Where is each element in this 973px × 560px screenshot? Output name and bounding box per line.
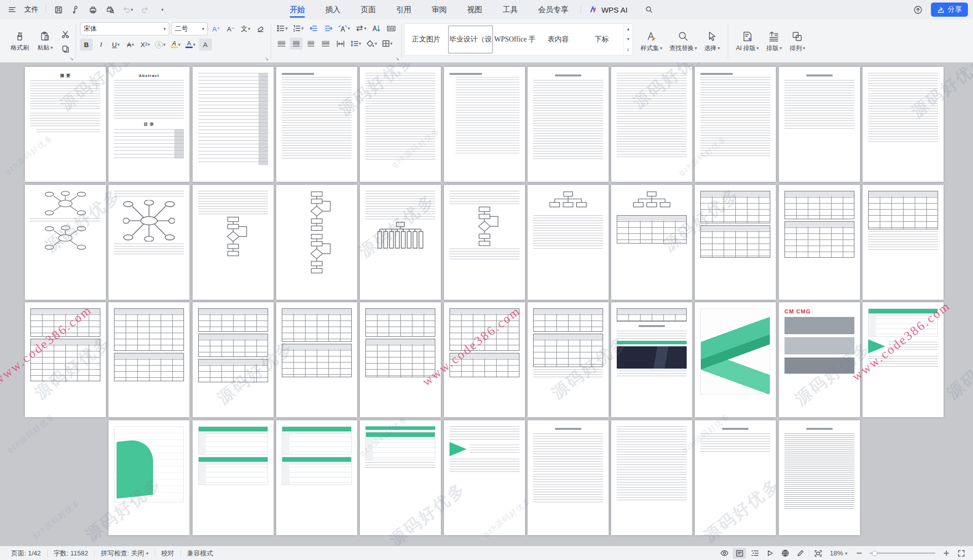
font-color-button[interactable]: A▾	[184, 38, 197, 51]
page-thumbnail[interactable]: Abstract目 录	[108, 67, 190, 182]
tab-search-button[interactable]	[637, 0, 661, 19]
page-thumbnail[interactable]	[444, 67, 525, 182]
line-spacing-button[interactable]: ▾	[349, 37, 363, 50]
page-thumbnail[interactable]	[276, 420, 357, 535]
eye-protection-button[interactable]	[718, 548, 731, 559]
spell-check-toggle[interactable]: 拼写检查: 关闭▾	[95, 549, 155, 558]
page-thumbnail[interactable]	[108, 420, 190, 535]
tab-工具[interactable]: 工具	[495, 0, 526, 19]
text-tool-button[interactable]: ▾	[336, 22, 352, 34]
wrap-convert-button[interactable]: ▾	[354, 22, 368, 34]
shading-button[interactable]: ▾	[365, 37, 379, 50]
page-thumbnail[interactable]: 摘 要	[25, 67, 106, 182]
align-center-button[interactable]	[290, 37, 303, 50]
tab-插入[interactable]: 插入	[317, 0, 349, 19]
reading-view-button[interactable]	[763, 548, 776, 559]
paste-button[interactable]: 粘贴▾	[33, 30, 57, 53]
borders-button[interactable]: ▾	[381, 37, 394, 50]
page-thumbnail[interactable]	[444, 420, 525, 535]
page-thumbnail[interactable]	[108, 185, 190, 300]
select-button[interactable]: 选择▾	[700, 29, 724, 54]
redo-button[interactable]	[138, 3, 153, 17]
zoom-slider[interactable]	[870, 552, 935, 554]
bold-button[interactable]: B	[80, 38, 93, 51]
pinyin-guide-button[interactable]: 文▾	[239, 23, 252, 35]
page-thumbnail[interactable]	[863, 185, 944, 300]
highlight-color-button[interactable]: A▾	[169, 38, 182, 51]
share-button[interactable]: 分享	[931, 3, 968, 17]
arrange-button[interactable]: 排列▾	[785, 29, 809, 54]
ai-layout-button[interactable]: AI 排版▾	[732, 29, 762, 54]
increase-indent-button[interactable]	[322, 22, 334, 34]
superscript-button[interactable]: X²▾	[139, 38, 152, 51]
file-menu-button[interactable]: 文件	[22, 3, 41, 17]
bullets-button[interactable]: ▾	[275, 22, 289, 34]
page-thumbnail[interactable]	[779, 185, 860, 300]
page-thumbnail[interactable]	[360, 67, 441, 182]
tab-引用[interactable]: 引用	[388, 0, 420, 19]
page-thumbnail[interactable]	[108, 302, 190, 417]
char-shading-button[interactable]: A	[199, 38, 212, 51]
tab-审阅[interactable]: 审阅	[424, 0, 455, 19]
page-thumbnail[interactable]	[276, 185, 357, 300]
page-thumbnail[interactable]	[695, 420, 776, 535]
style-item[interactable]: 正文图片	[404, 24, 448, 55]
zoom-in-button[interactable]	[940, 548, 953, 559]
zoom-slider-thumb[interactable]	[872, 550, 878, 556]
style-item[interactable]: 下标	[580, 24, 624, 55]
styles-more-button[interactable]: ≡	[627, 48, 629, 52]
page-view-button[interactable]	[733, 548, 746, 559]
zoom-level[interactable]: 18%▾	[827, 549, 850, 557]
cut-button[interactable]	[59, 28, 71, 41]
tab-视图[interactable]: 视图	[459, 0, 491, 19]
web-view-button[interactable]	[778, 548, 792, 559]
style-item[interactable]: 表内容	[537, 24, 580, 55]
document-canvas[interactable]: 摘 要Abstract目 录CM CMGwww.code386.comwww.c…	[0, 63, 973, 546]
decrease-indent-button[interactable]	[307, 22, 320, 34]
tab-会员专享[interactable]: 会员专享	[530, 0, 577, 19]
page-thumbnail[interactable]	[611, 420, 692, 535]
copy-button[interactable]	[59, 43, 71, 55]
page-thumbnail[interactable]	[444, 302, 525, 417]
page-thumbnail[interactable]	[863, 67, 944, 182]
page-thumbnail[interactable]	[863, 302, 944, 417]
paragraph-dialog-launcher[interactable]: ↘	[396, 56, 400, 61]
print-preview-button[interactable]	[103, 3, 117, 17]
align-left-button[interactable]	[275, 37, 288, 50]
numbering-button[interactable]: ▾	[291, 22, 306, 34]
find-replace-button[interactable]: 查找替换▾	[666, 29, 701, 54]
char-border-button[interactable]: A▾	[154, 38, 167, 51]
clipboard-dialog-launcher[interactable]: ↘	[69, 56, 73, 61]
page-thumbnail[interactable]	[695, 67, 776, 182]
quick-toolbar-customize-button[interactable]: ▾	[156, 3, 170, 17]
page-thumbnail[interactable]	[528, 67, 609, 182]
page-thumbnail[interactable]	[193, 185, 274, 300]
page-thumbnail[interactable]	[779, 67, 860, 182]
underline-button[interactable]: U▾	[109, 38, 122, 51]
decrease-font-button[interactable]: A⁻	[224, 23, 237, 35]
word-count[interactable]: 字数: 11582	[48, 549, 94, 558]
tab-开始[interactable]: 开始	[282, 0, 313, 19]
undo-button[interactable]: ▾	[120, 3, 135, 17]
style-item[interactable]: WPSOffice 手	[493, 24, 537, 55]
page-thumbnail[interactable]	[528, 185, 609, 300]
page-thumbnail[interactable]	[25, 302, 106, 417]
page-thumbnail[interactable]	[779, 420, 860, 535]
italic-button[interactable]: I	[95, 38, 107, 51]
page-thumbnail[interactable]	[444, 185, 525, 300]
print-button[interactable]	[86, 3, 100, 17]
style-set-button[interactable]: 样式集▾	[637, 29, 666, 54]
strikethrough-button[interactable]: A▾	[124, 38, 137, 51]
proofread-button[interactable]: 校对	[155, 549, 180, 558]
outline-view-button[interactable]	[748, 548, 761, 559]
align-right-button[interactable]	[305, 37, 317, 50]
page-thumbnail[interactable]	[193, 302, 274, 417]
page-thumbnail[interactable]	[611, 185, 692, 300]
style-item[interactable]: 毕业设计（设	[448, 25, 494, 54]
page-thumbnail[interactable]	[695, 302, 776, 417]
justify-button[interactable]	[319, 37, 332, 50]
page-thumbnail[interactable]	[25, 185, 106, 300]
format-painter-button[interactable]: 格式刷	[7, 30, 32, 53]
page-thumbnail[interactable]	[360, 420, 441, 535]
export-pdf-button[interactable]	[68, 3, 83, 17]
